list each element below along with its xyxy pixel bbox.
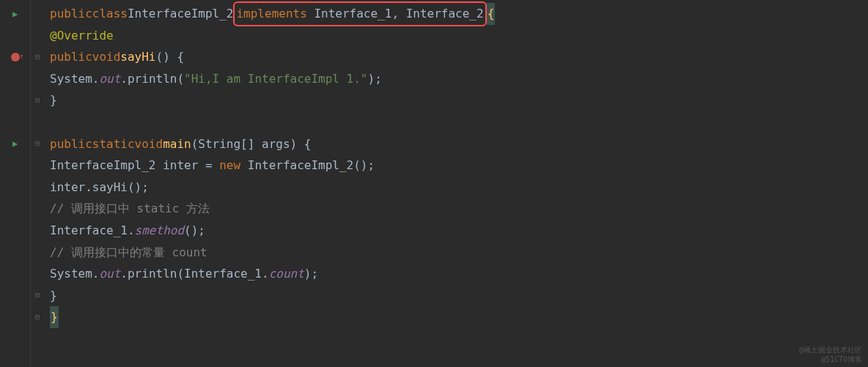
fold-blank [31, 242, 44, 264]
annotation-override: @Override [50, 25, 114, 47]
code-line[interactable]: } [50, 306, 868, 328]
fold-blank [31, 25, 44, 47]
brace-open: { [297, 133, 311, 155]
brace-close-matched: } [50, 306, 59, 328]
fold-start-icon[interactable]: ⊟ [31, 46, 44, 68]
keyword-void: void [92, 46, 121, 68]
fold-blank [31, 263, 44, 285]
array-brackets: [] [240, 133, 254, 155]
code-line[interactable]: Interface_1.smethod(); [50, 220, 868, 242]
gutter-blank [0, 68, 30, 90]
watermark-line: @稀土掘金技术社区 [799, 345, 862, 355]
code-line-blank[interactable] [50, 111, 868, 133]
system-call: System. [50, 263, 99, 285]
code-line[interactable]: public void sayHi() { [50, 46, 868, 68]
field-out: out [99, 68, 120, 90]
interface-name: Interface_2 [406, 7, 484, 21]
comment: // 调用接口中的常量 count [50, 242, 207, 264]
fold-gutter: ⊟ ⊟ ⊟ ⊟ ⊟ [31, 0, 44, 367]
class-name: InterfaceImpl_2 [128, 3, 234, 25]
fold-blank [31, 68, 44, 90]
field-out: out [99, 263, 120, 285]
fold-end-icon[interactable]: ⊟ [31, 306, 44, 328]
keyword-implements: implements [236, 7, 306, 21]
fold-blank [31, 220, 44, 242]
editor-container: ▶ ▶ ⊟ ⊟ ⊟ ⊟ ⊟ public class InterfaceImpl… [0, 0, 868, 367]
code-line[interactable]: public static void main(String[] args) { [50, 133, 868, 155]
comma: , [391, 7, 405, 21]
fold-blank [31, 155, 44, 177]
code-area[interactable]: public class InterfaceImpl_2 implements … [44, 0, 868, 367]
fold-start-icon[interactable]: ⊟ [31, 133, 44, 155]
type-name: InterfaceImpl_2 [240, 155, 353, 177]
keyword-public: public [50, 133, 92, 155]
gutter-blank [0, 25, 30, 47]
fold-blank [31, 3, 44, 25]
fold-blank [31, 177, 44, 199]
code-line[interactable]: @Override [50, 25, 868, 47]
code-line[interactable]: System.out.println(Interface_1.count); [50, 263, 868, 285]
fold-blank [31, 111, 44, 133]
brace-close: } [50, 285, 57, 307]
system-call: System. [50, 68, 99, 90]
static-method: smethod [135, 220, 184, 242]
override-marker-icon[interactable] [0, 46, 30, 68]
brace-close: } [50, 89, 57, 111]
run-icon[interactable]: ▶ [0, 133, 30, 155]
gutter-blank [0, 111, 30, 133]
field-count: count [269, 263, 304, 285]
watermark: @稀土掘金技术社区 @51CTO博客 [799, 345, 862, 364]
parens: (); [353, 155, 375, 177]
keyword-new: new [219, 155, 240, 177]
method-main: main [163, 133, 191, 155]
fold-end-icon[interactable]: ⊟ [31, 89, 44, 111]
code-line[interactable]: public class InterfaceImpl_2 implements … [50, 3, 868, 25]
code-line[interactable]: // 调用接口中 static 方法 [50, 198, 868, 220]
gutter-blank [0, 89, 30, 111]
brace-open: { [487, 3, 496, 25]
fold-blank [31, 198, 44, 220]
fold-end-icon[interactable]: ⊟ [31, 285, 44, 307]
gutter: ▶ ▶ [0, 0, 31, 367]
println-call: .println( [120, 68, 184, 90]
code-line[interactable]: InterfaceImpl_2 inter = new InterfaceImp… [50, 155, 868, 177]
open-paren: ( [191, 133, 199, 155]
println-call: .println(Interface_1. [120, 263, 268, 285]
highlight-implements: implements Interface_1, Interface_2 [233, 1, 486, 26]
close-paren: ); [368, 68, 382, 90]
string-literal: "Hi,I am InterfaceImpl 1." [184, 68, 367, 90]
keyword-public: public [50, 46, 92, 68]
comment: // 调用接口中 static 方法 [50, 198, 210, 220]
code-line[interactable]: // 调用接口中的常量 count [50, 242, 868, 264]
watermark-line: @51CTO博客 [799, 355, 862, 364]
brace-open: { [170, 46, 184, 68]
param-args: args [254, 133, 290, 155]
keyword-public: public [50, 3, 92, 25]
parens: () [156, 46, 170, 68]
type-string: String [198, 133, 240, 155]
type-ref: Interface_1. [50, 220, 135, 242]
close-paren: ); [304, 263, 318, 285]
keyword-class: class [92, 3, 128, 25]
parens: (); [184, 220, 205, 242]
code-line[interactable]: } [50, 285, 868, 307]
run-icon[interactable]: ▶ [0, 3, 30, 25]
code-line[interactable]: inter.sayHi(); [50, 177, 868, 199]
method-name: sayHi [120, 46, 155, 68]
keyword-void: void [135, 133, 163, 155]
close-paren: ) [290, 133, 298, 155]
method-call: inter.sayHi(); [50, 177, 149, 199]
interface-name: Interface_1 [314, 7, 391, 21]
code-line[interactable]: } [50, 89, 868, 111]
var-decl: inter = [156, 155, 220, 177]
type-name: InterfaceImpl_2 [50, 155, 156, 177]
code-line[interactable]: System.out.println("Hi,I am InterfaceImp… [50, 68, 868, 90]
keyword-static: static [92, 133, 135, 155]
